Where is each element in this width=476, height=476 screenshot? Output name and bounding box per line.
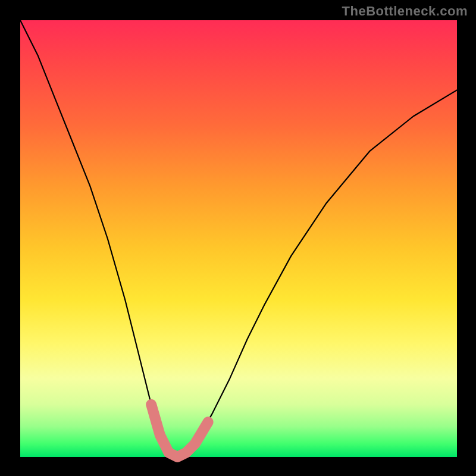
- watermark-text: TheBottleneck.com: [342, 4, 468, 19]
- chart-frame: TheBottleneck.com: [0, 0, 476, 476]
- optimal-zone-marker: [151, 405, 208, 457]
- chart-svg: [20, 20, 457, 457]
- chart-plot-area: [20, 20, 457, 457]
- bottleneck-curve-line: [20, 20, 457, 457]
